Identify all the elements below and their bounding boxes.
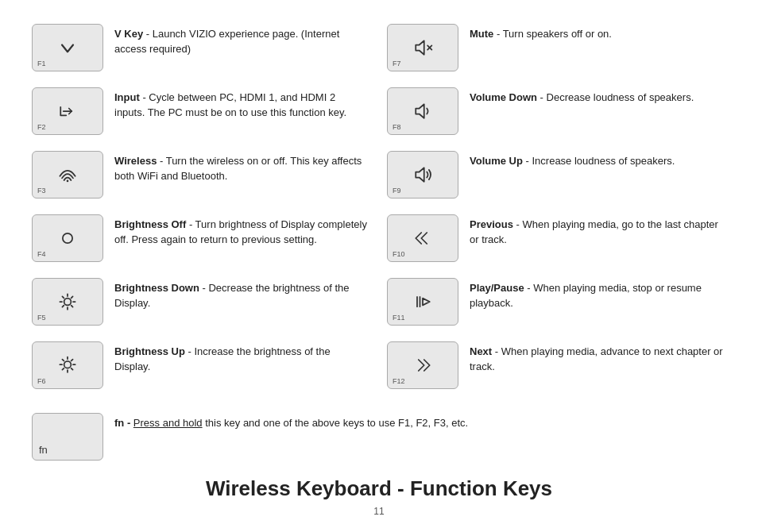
key-label-f8: F8	[393, 123, 401, 131]
page-title: Wireless Keyboard - Function Keys	[24, 476, 734, 501]
key-desc-f11: Play/Pause - When playing media, stop or…	[470, 278, 723, 311]
fn-suffix-text: this key and one of the above keys to us…	[205, 417, 468, 429]
key-name-bold-f5: Brightness Down	[114, 282, 199, 294]
key-box-f2: F2	[32, 87, 103, 135]
svg-point-2	[64, 299, 72, 306]
page-number: 11	[24, 506, 734, 517]
key-box-f6: F6	[32, 341, 103, 389]
key-box-f3: F3	[32, 151, 103, 199]
keys-grid: F1V Key - Launch VIZIO experience page. …	[24, 16, 734, 397]
mute-icon	[412, 37, 434, 59]
key-item-f9: F9Volume Up - Increase loudness of speak…	[379, 143, 734, 206]
fn-key-box: fn	[32, 413, 103, 461]
svg-point-3	[64, 361, 72, 368]
vol-down-icon	[412, 100, 434, 122]
key-item-f1: F1V Key - Launch VIZIO experience page. …	[24, 16, 379, 79]
key-box-f11: F11	[387, 278, 458, 326]
key-desc-f5: Brightness Down - Decrease the brightnes…	[114, 278, 368, 311]
fn-description: fn - Press and hold this key and one of …	[114, 413, 723, 431]
key-name-bold-f11: Play/Pause	[470, 282, 524, 294]
key-item-f10: F10Previous - When playing media, go to …	[379, 206, 734, 270]
key-box-f5: F5	[32, 278, 103, 326]
brightness-off-icon	[56, 227, 79, 249]
key-item-f12: F12Next - When playing media, advance to…	[379, 333, 734, 397]
key-item-f5: F5Brightness Down - Decrease the brightn…	[24, 270, 379, 333]
key-name-bold-f6: Brightness Up	[114, 345, 185, 357]
key-desc-f9: Volume Up - Increase loudness of speaker…	[470, 151, 723, 169]
previous-icon	[412, 227, 434, 249]
svg-point-1	[63, 233, 72, 243]
key-box-f10: F10	[387, 214, 458, 262]
key-label-f12: F12	[393, 377, 405, 385]
chevron-down-icon	[56, 37, 79, 59]
svg-point-0	[67, 180, 69, 183]
key-label-f5: F5	[37, 314, 46, 322]
key-box-f9: F9	[387, 151, 458, 199]
key-desc-f12: Next - When playing media, advance to ne…	[470, 341, 723, 375]
playpause-icon	[412, 291, 434, 313]
key-desc-f4: Brightness Off - Turn brightness of Disp…	[114, 214, 368, 248]
key-desc-f6: Brightness Up - Increase the brightness …	[114, 341, 368, 375]
key-label-f10: F10	[393, 250, 405, 258]
next-icon	[412, 354, 434, 376]
key-label-f9: F9	[393, 187, 401, 195]
key-name-bold-f2: Input	[114, 91, 140, 103]
key-label-f6: F6	[37, 377, 46, 385]
key-item-f11: F11Play/Pause - When playing media, stop…	[379, 270, 734, 333]
wireless-icon	[56, 164, 79, 186]
fn-bold-label: fn -	[114, 417, 130, 429]
key-item-f8: F8Volume Down - Decrease loudness of spe…	[379, 79, 734, 143]
key-box-f12: F12	[387, 341, 458, 389]
key-box-f7: F7	[387, 24, 458, 71]
key-label-f4: F4	[37, 250, 46, 258]
key-name-bold-f7: Mute	[470, 28, 493, 40]
brightness-up-icon	[56, 354, 79, 376]
key-item-f2: F2Input - Cycle between PC, HDMI 1, and …	[24, 79, 379, 143]
key-item-f3: F3Wireless - Turn the wireless on or off…	[24, 143, 379, 206]
key-box-f4: F4	[32, 214, 103, 262]
brightness-down-icon	[56, 291, 79, 313]
fn-row: fn fn - Press and hold this key and one …	[24, 405, 734, 468]
key-label-f3: F3	[37, 187, 46, 195]
key-name-bold-f4: Brightness Off	[114, 218, 186, 230]
key-label-f11: F11	[393, 314, 405, 322]
key-desc-f8: Volume Down - Decrease loudness of speak…	[470, 87, 723, 106]
key-label-f1: F1	[37, 60, 46, 67]
key-desc-f2: Input - Cycle between PC, HDMI 1, and HD…	[114, 87, 368, 121]
fn-key-label: fn	[39, 444, 48, 456]
key-name-bold-f8: Volume Down	[470, 91, 537, 103]
key-box-f8: F8	[387, 87, 458, 135]
key-desc-f3: Wireless - Turn the wireless on or off. …	[114, 151, 368, 184]
key-desc-f7: Mute - Turn speakers off or on.	[470, 24, 723, 42]
key-item-f4: F4Brightness Off - Turn brightness of Di…	[24, 206, 379, 270]
key-box-f1: F1	[32, 24, 103, 71]
key-desc-f1: V Key - Launch VIZIO experience page. (I…	[114, 24, 368, 57]
key-item-f6: F6Brightness Up - Increase the brightnes…	[24, 333, 379, 397]
main-content: F1V Key - Launch VIZIO experience page. …	[24, 16, 734, 517]
key-name-bold-f1: V Key	[114, 28, 143, 40]
input-icon	[56, 100, 79, 122]
key-label-f2: F2	[37, 123, 46, 131]
key-label-f7: F7	[393, 60, 401, 67]
key-name-bold-f9: Volume Up	[470, 155, 523, 167]
key-desc-f10: Previous - When playing media, go to the…	[470, 214, 723, 248]
vol-up-icon	[412, 164, 434, 186]
key-item-f7: F7Mute - Turn speakers off or on.	[379, 16, 734, 79]
key-name-bold-f10: Previous	[470, 218, 513, 230]
key-name-bold-f3: Wireless	[114, 155, 157, 167]
fn-underline-text: Press and hold	[133, 417, 203, 429]
key-name-bold-f12: Next	[470, 345, 492, 357]
